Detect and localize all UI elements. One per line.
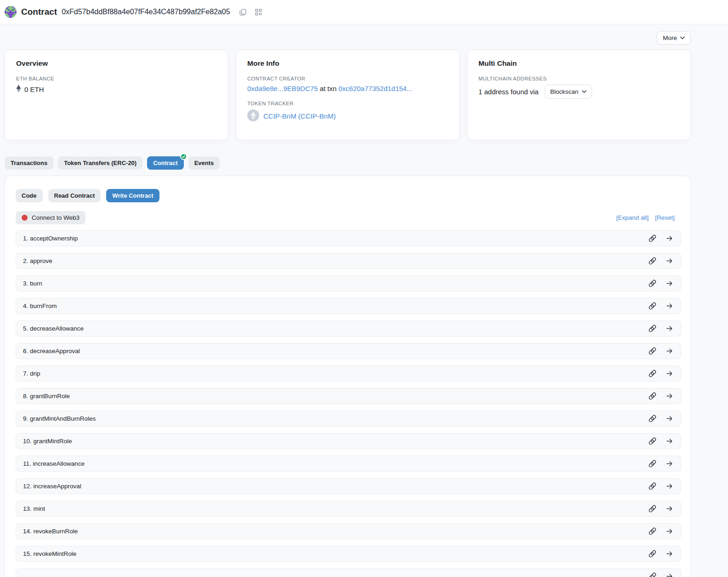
- contract-address: 0xFd57b4ddBf88a4e07fF4e34C487b99af2Fe82a…: [62, 8, 230, 16]
- permalink-icon[interactable]: [647, 369, 657, 379]
- connect-to-web3-button[interactable]: Connect to Web3: [16, 211, 85, 224]
- permalink-icon[interactable]: [647, 459, 657, 469]
- expand-arrow-icon[interactable]: [664, 414, 674, 424]
- function-row[interactable]: 14. revokeBurnRole: [16, 523, 681, 539]
- creator-connector-text: at txn: [320, 85, 337, 92]
- creator-address-link[interactable]: 0xda9e8e...9EB9DC75: [247, 85, 318, 92]
- function-row[interactable]: 15. revokeMintRole: [16, 546, 681, 562]
- function-label: 6. decreaseApproval: [23, 348, 80, 354]
- overview-card: Overview ETH BALANCE 0 ETH: [5, 50, 228, 140]
- connect-to-web3-label: Connect to Web3: [32, 214, 80, 221]
- permalink-icon[interactable]: [647, 549, 657, 559]
- expand-arrow-icon[interactable]: [664, 504, 674, 514]
- permalink-icon[interactable]: [647, 346, 657, 356]
- contract-sub-tabs: Code Read Contract Write Contract: [16, 189, 681, 202]
- tab-write-contract[interactable]: Write Contract: [106, 189, 159, 202]
- more-button[interactable]: More: [657, 31, 691, 45]
- expand-arrow-icon[interactable]: [664, 549, 674, 559]
- function-row[interactable]: 12. increaseApproval: [16, 478, 681, 494]
- expand-arrow-icon[interactable]: [664, 481, 674, 491]
- permalink-icon[interactable]: [647, 301, 657, 311]
- expand-arrow-icon[interactable]: [664, 369, 674, 379]
- function-row[interactable]: 10. grantMintRole: [16, 433, 681, 449]
- expand-arrow-icon[interactable]: [664, 234, 674, 244]
- tab-contract[interactable]: Contract: [147, 156, 183, 170]
- function-row[interactable]: 6. decreaseApproval: [16, 343, 681, 359]
- tab-code[interactable]: Code: [16, 189, 43, 202]
- page-header: Contract 0xFd57b4ddBf88a4e07fF4e34C487b9…: [0, 0, 728, 24]
- permalink-icon[interactable]: [647, 234, 657, 244]
- overview-title: Overview: [16, 59, 217, 68]
- function-row[interactable]: 3. burn: [16, 275, 681, 291]
- expand-arrow-icon[interactable]: [664, 391, 674, 401]
- function-row[interactable]: 7. drip: [16, 366, 681, 382]
- function-row[interactable]: 1. acceptOwnership: [16, 230, 681, 246]
- expand-arrow-icon[interactable]: [664, 436, 674, 446]
- permalink-icon[interactable]: [647, 571, 657, 577]
- permalink-icon[interactable]: [647, 256, 657, 266]
- function-label: 3. burn: [23, 280, 42, 287]
- more-button-label: More: [663, 34, 677, 41]
- more-info-title: More Info: [247, 59, 448, 68]
- tab-events[interactable]: Events: [188, 156, 220, 170]
- function-label: 4. burnFrom: [23, 303, 57, 309]
- function-row[interactable]: 11. increaseAllowance: [16, 456, 681, 472]
- expand-arrow-icon[interactable]: [664, 324, 674, 334]
- function-label: 11. increaseAllowance: [23, 460, 85, 467]
- expand-arrow-icon[interactable]: [664, 346, 674, 356]
- permalink-icon[interactable]: [647, 436, 657, 446]
- permalink-icon[interactable]: [647, 414, 657, 424]
- function-row[interactable]: 2. approve: [16, 253, 681, 269]
- tab-token-transfers[interactable]: Token Transfers (ERC-20): [58, 156, 142, 170]
- expand-arrow-icon[interactable]: [664, 526, 674, 537]
- function-row[interactable]: 9. grantMintAndBurnRoles: [16, 411, 681, 427]
- contract-panel: Code Read Contract Write Contract Connec…: [5, 176, 691, 577]
- contract-identicon: [5, 6, 17, 18]
- function-label: 14. revokeBurnRole: [23, 528, 78, 535]
- function-label: 1. acceptOwnership: [23, 235, 78, 242]
- permalink-icon[interactable]: [647, 526, 657, 537]
- creator-txn-link[interactable]: 0xc620a77352d1d154...: [338, 85, 412, 92]
- function-row[interactable]: 5. decreaseAllowance: [16, 320, 681, 337]
- expand-arrow-icon[interactable]: [664, 279, 674, 289]
- function-label: 2. approve: [23, 257, 52, 264]
- permalink-icon[interactable]: [647, 279, 657, 289]
- disconnected-status-icon: [22, 215, 28, 221]
- qr-code-icon[interactable]: [253, 6, 264, 17]
- token-tracker-link[interactable]: CCIP-BnM (CCIP-BnM): [263, 112, 336, 120]
- function-row[interactable]: 4. burnFrom: [16, 298, 681, 314]
- blockscan-dropdown-label: Blockscan: [550, 88, 579, 95]
- tab-bar: Transactions Token Transfers (ERC-20) Co…: [5, 156, 691, 170]
- function-row[interactable]: [16, 568, 681, 577]
- function-row[interactable]: 8. grantBurnRole: [16, 388, 681, 404]
- reset-link[interactable]: [Reset]: [655, 214, 675, 221]
- blockscan-dropdown[interactable]: Blockscan: [545, 85, 592, 99]
- function-label: 5. decreaseAllowance: [23, 325, 84, 332]
- token-icon: [247, 109, 259, 123]
- page-title: Contract: [21, 7, 57, 17]
- tab-read-contract[interactable]: Read Contract: [48, 189, 101, 202]
- verified-check-icon: [180, 153, 187, 160]
- permalink-icon[interactable]: [647, 504, 657, 514]
- function-label: 13. mint: [23, 505, 45, 512]
- tab-transactions[interactable]: Transactions: [5, 156, 53, 170]
- multi-chain-title: Multi Chain: [478, 59, 679, 68]
- expand-arrow-icon[interactable]: [664, 256, 674, 266]
- permalink-icon[interactable]: [647, 481, 657, 491]
- expand-arrow-icon[interactable]: [664, 459, 674, 469]
- expand-arrow-icon[interactable]: [664, 301, 674, 311]
- permalink-icon[interactable]: [647, 324, 657, 334]
- function-label: 7. drip: [23, 370, 40, 377]
- token-tracker-label: TOKEN TRACKER: [247, 101, 448, 106]
- function-label: 8. grantBurnRole: [23, 393, 70, 400]
- ethereum-icon: [16, 85, 21, 94]
- chevron-down-icon: [680, 36, 685, 40]
- multichain-found-text: 1 address found via: [478, 88, 539, 96]
- permalink-icon[interactable]: [647, 391, 657, 401]
- multichain-addresses-label: MULTICHAIN ADDRESSES: [478, 76, 679, 81]
- expand-all-link[interactable]: [Expand all]: [616, 214, 649, 221]
- copy-address-icon[interactable]: [238, 6, 249, 17]
- multi-chain-card: Multi Chain MULTICHAIN ADDRESSES 1 addre…: [467, 50, 691, 140]
- function-row[interactable]: 13. mint: [16, 501, 681, 517]
- expand-arrow-icon[interactable]: [664, 571, 674, 577]
